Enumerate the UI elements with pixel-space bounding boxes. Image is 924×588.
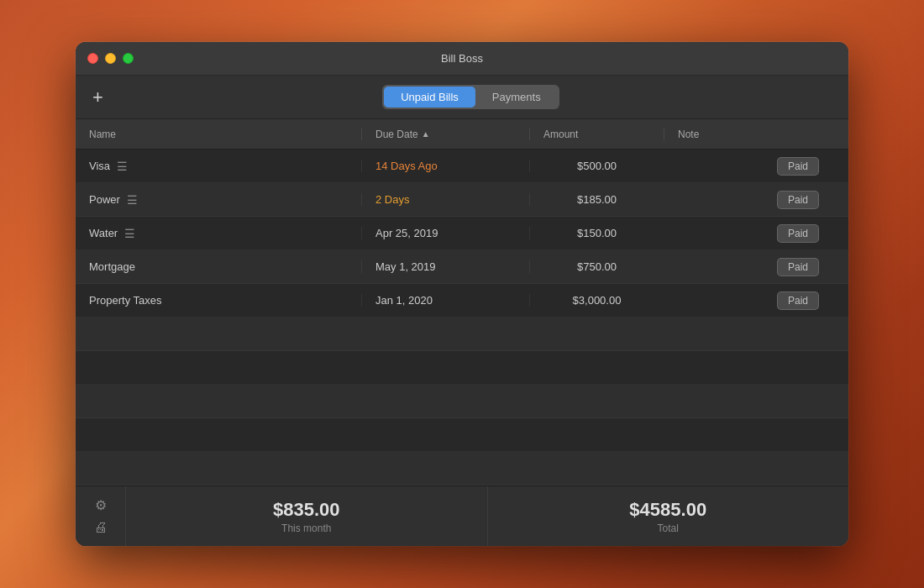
maximize-button[interactable] [123,53,134,64]
total-section: $4585.00 Total [488,486,849,546]
cell-amount: $3,000.00 [529,294,664,307]
tab-unpaid-bills[interactable]: Unpaid Bills [384,87,475,108]
this-month-amount: $835.00 [273,499,340,521]
this-month-section: $835.00 This month [126,486,488,546]
traffic-lights [87,53,134,64]
tab-group: Unpaid Bills Payments [382,85,559,109]
table-header: Name Due Date ▲ Amount Note [76,119,848,150]
col-header-amount: Amount [529,129,664,140]
bills-table: Name Due Date ▲ Amount Note Visa ☰ [76,119,848,486]
table-body: Visa ☰ 14 Days Ago $500.00 Paid Power [76,150,848,486]
table-row: Power ☰ 2 Days $185.00 Paid [76,183,848,217]
cell-due-date: 2 Days [361,193,529,206]
table-row-empty [76,418,848,452]
cell-name: Property Taxes [76,294,361,307]
sort-arrow-icon: ▲ [422,129,430,139]
paid-button[interactable]: Paid [777,191,819,209]
window-title: Bill Boss [441,52,483,65]
cell-name: Visa ☰ [76,160,361,173]
col-header-due-date: Due Date ▲ [361,129,529,140]
this-month-label: This month [281,522,331,534]
cell-due-date: May 1, 2019 [361,260,529,273]
note-icon: ☰ [124,227,135,240]
table-row: Water ☰ Apr 25, 2019 $150.00 Paid [76,217,848,250]
note-icon: ☰ [127,193,138,207]
print-icon[interactable]: 🖨 [94,520,108,535]
status-icons: ⚙ 🖨 [76,486,126,546]
tab-payments[interactable]: Payments [475,87,558,108]
app-window: Bill Boss + Unpaid Bills Payments Name D… [76,42,848,546]
cell-name: Mortgage [76,260,361,273]
cell-action: Paid [764,258,832,276]
total-amount: $4585.00 [629,499,706,521]
table-row: Visa ☰ 14 Days Ago $500.00 Paid [76,150,848,183]
cell-due-date: 14 Days Ago [361,160,529,172]
paid-button[interactable]: Paid [777,224,819,243]
paid-button[interactable]: Paid [777,157,819,176]
note-icon: ☰ [117,160,128,173]
add-button[interactable]: + [89,85,107,110]
table-row-empty [76,318,848,351]
cell-due-date: Jan 1, 2020 [361,294,529,307]
cell-action: Paid [764,157,832,176]
status-bar: ⚙ 🖨 $835.00 This month $4585.00 Total [76,486,848,546]
paid-button[interactable]: Paid [777,258,819,276]
cell-amount: $500.00 [529,160,664,172]
table-row-empty [76,351,848,385]
table-row: Mortgage May 1, 2019 $750.00 Paid [76,250,848,284]
close-button[interactable] [87,53,98,64]
cell-amount: $185.00 [529,193,664,206]
cell-name: Power ☰ [76,193,361,207]
cell-action: Paid [764,224,832,243]
cell-amount: $150.00 [529,227,664,239]
table-row: Property Taxes Jan 1, 2020 $3,000.00 Pai… [76,284,848,318]
paid-button[interactable]: Paid [777,291,819,310]
col-header-note: Note [664,129,764,140]
table-row-empty [76,385,848,418]
toolbar: + Unpaid Bills Payments [76,76,848,119]
col-header-name: Name [76,129,361,140]
title-bar: Bill Boss [76,42,848,76]
total-label: Total [658,522,679,534]
cell-action: Paid [764,291,832,310]
cell-amount: $750.00 [529,260,664,273]
cell-action: Paid [764,191,832,209]
cell-name: Water ☰ [76,227,361,240]
table-row-empty [76,452,848,486]
gear-icon[interactable]: ⚙ [95,497,107,513]
cell-due-date: Apr 25, 2019 [361,227,529,239]
minimize-button[interactable] [105,53,116,64]
